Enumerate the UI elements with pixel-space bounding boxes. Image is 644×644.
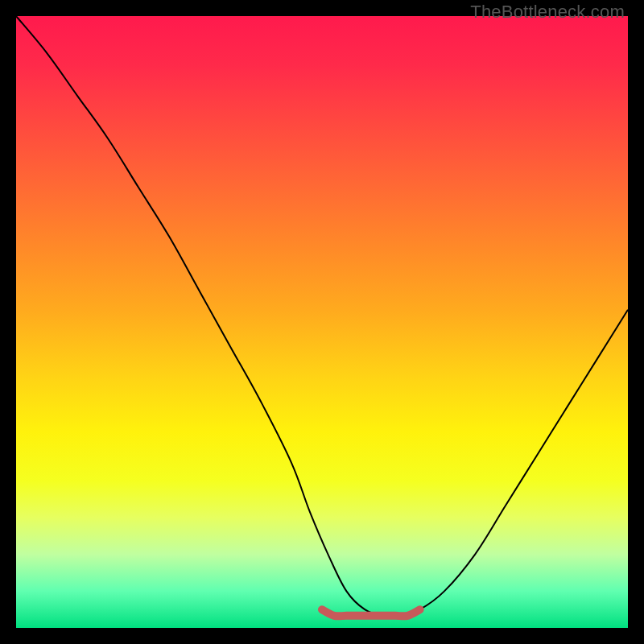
highlight-segment-path: [322, 609, 420, 616]
chart-plot-area: [16, 16, 628, 628]
watermark-text: TheBottleneck.com: [470, 2, 625, 23]
bottleneck-curve-path: [16, 16, 628, 617]
chart-svg: [16, 16, 628, 628]
